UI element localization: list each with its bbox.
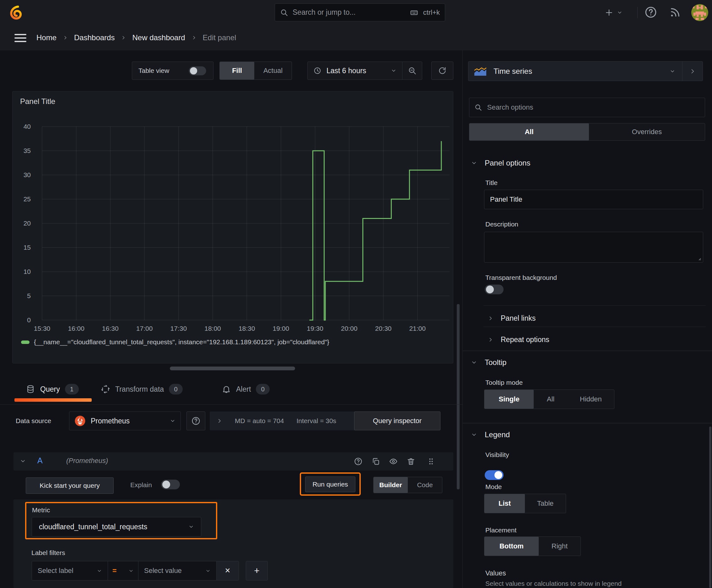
tab-transform-data[interactable]: Transform data 0 [101, 384, 183, 395]
visualization-name: Time series [494, 67, 670, 76]
breadcrumb-dashboards[interactable]: Dashboards [74, 33, 114, 42]
transparent-background-toggle[interactable] [485, 285, 503, 294]
main-vertical-scrollbar[interactable] [457, 304, 459, 489]
svg-text:16:30: 16:30 [102, 325, 118, 332]
legend-mode-list[interactable]: List [484, 494, 525, 513]
operator-dropdown[interactable]: = [108, 561, 138, 581]
query-visibility-button[interactable] [389, 457, 398, 466]
legend-placement-right[interactable]: Right [539, 537, 580, 555]
fill-option[interactable]: Fill [220, 62, 254, 80]
legend-mode-table[interactable]: Table [525, 494, 566, 513]
header-new-button[interactable] [604, 4, 623, 21]
filter-tab-all[interactable]: All [469, 123, 589, 141]
grafana-logo-icon[interactable] [9, 5, 24, 20]
legend-options-header[interactable]: Legend [471, 430, 510, 439]
explain-toggle[interactable] [161, 480, 180, 489]
global-search-input[interactable] [293, 8, 405, 17]
tab-transform-label: Transform data [115, 385, 164, 394]
tab-transform-count: 0 [169, 384, 183, 395]
code-option[interactable]: Code [408, 477, 442, 493]
data-source-picker[interactable]: Prometheus [69, 412, 181, 430]
chevron-down-icon [471, 160, 477, 166]
time-range-picker[interactable]: Last 6 hours [308, 67, 402, 75]
search-shortcut: ctrl+k [423, 8, 440, 17]
user-avatar[interactable] [691, 4, 708, 21]
legend-visibility-toggle[interactable] [485, 470, 503, 480]
transform-icon [101, 384, 110, 394]
description-textarea[interactable] [484, 232, 703, 262]
panel-links-section[interactable]: Panel links [488, 311, 706, 326]
tab-alert-count: 0 [256, 384, 270, 395]
metric-select[interactable]: cloudflared_tunnel_total_requests [32, 517, 201, 537]
query-delete-button[interactable] [407, 457, 415, 466]
actual-option[interactable]: Actual [254, 62, 292, 80]
chevron-right-icon [121, 35, 126, 40]
panel-title-input[interactable] [484, 190, 703, 209]
filter-tab-overrides[interactable]: Overrides [589, 123, 705, 141]
add-filter-button[interactable]: + [246, 561, 268, 581]
select-value-dropdown[interactable]: Select value [138, 561, 217, 581]
breadcrumb-bar: Home Dashboards New dashboard Edit panel… [0, 25, 712, 50]
refresh-button[interactable] [431, 62, 453, 80]
panel-options-header[interactable]: Panel options [471, 159, 530, 167]
breadcrumb-home[interactable]: Home [37, 33, 57, 42]
options-search[interactable] [469, 98, 705, 117]
query-row-header: A (Prometheus) [14, 452, 453, 470]
refresh-icon [438, 66, 447, 75]
tab-query-count: 1 [65, 384, 79, 395]
svg-text:19:00: 19:00 [273, 325, 289, 332]
chevron-down-icon [20, 458, 26, 464]
panel-title-field[interactable] [484, 190, 703, 209]
tab-query[interactable]: Query 1 [26, 384, 79, 395]
help-icon [354, 457, 363, 466]
query-duplicate-button[interactable] [371, 457, 380, 466]
builder-option[interactable]: Builder [373, 477, 408, 493]
data-source-help-button[interactable] [187, 412, 205, 430]
kick-start-query-button[interactable]: Kick start your query [26, 478, 114, 494]
top-header: ctrl+k [0, 0, 712, 25]
tab-alert[interactable]: Alert 0 [222, 384, 270, 395]
table-view-toggle[interactable] [189, 66, 206, 76]
svg-text:17:00: 17:00 [136, 325, 153, 332]
options-search-input[interactable] [486, 98, 700, 117]
legend-item[interactable]: {__name__="cloudflared_tunnel_total_requ… [21, 338, 329, 346]
grafana-edit-panel-page: ctrl+k [0, 0, 712, 588]
global-search[interactable]: ctrl+k [275, 3, 445, 21]
menu-toggle-button[interactable] [15, 34, 26, 42]
news-button[interactable] [669, 6, 682, 19]
query-help-button[interactable] [354, 457, 363, 466]
query-inspector-button[interactable]: Query inspector [354, 412, 440, 430]
bell-icon [222, 384, 231, 394]
tooltip-mode-single[interactable]: Single [484, 390, 534, 408]
breadcrumb-new-dashboard[interactable]: New dashboard [132, 33, 185, 42]
tab-query-label: Query [40, 385, 60, 394]
repeat-options-section[interactable]: Repeat options [488, 332, 706, 347]
legend-placement-bottom[interactable]: Bottom [484, 537, 539, 555]
query-collapse-button[interactable] [20, 458, 26, 464]
sidebar-scrollbar[interactable] [709, 426, 711, 588]
toggle-viz-suggestions-button[interactable] [683, 68, 703, 75]
query-drag-handle[interactable] [427, 457, 435, 467]
help-button[interactable] [644, 6, 657, 19]
tooltip-mode-all[interactable]: All [534, 390, 567, 408]
zoom-out-button[interactable] [403, 66, 422, 75]
chevron-down-icon [128, 568, 134, 573]
horizontal-scrollbar[interactable] [170, 366, 295, 370]
query-options-strip[interactable]: MD = auto = 704 Interval = 30s [210, 412, 356, 430]
max-data-points-text: MD = auto = 704 [235, 417, 284, 425]
description-field[interactable] [484, 232, 703, 262]
visualization-picker[interactable]: Time series [468, 61, 703, 81]
tooltip-header[interactable]: Tooltip [471, 358, 506, 367]
tooltip-title: Tooltip [485, 358, 506, 367]
remove-filter-button[interactable]: ✕ [216, 561, 239, 581]
section-divider [483, 305, 706, 306]
run-queries-button[interactable]: Run queries [305, 477, 355, 492]
query-ref-id[interactable]: A [37, 456, 43, 465]
tooltip-mode-hidden[interactable]: Hidden [567, 390, 614, 408]
chevron-down-icon [170, 418, 175, 424]
zoom-out-icon [408, 66, 416, 75]
category-divider [463, 351, 712, 351]
time-range-control: Last 6 hours [307, 62, 422, 80]
select-label-dropdown[interactable]: Select label [32, 561, 108, 581]
description-label: Description [486, 220, 518, 228]
